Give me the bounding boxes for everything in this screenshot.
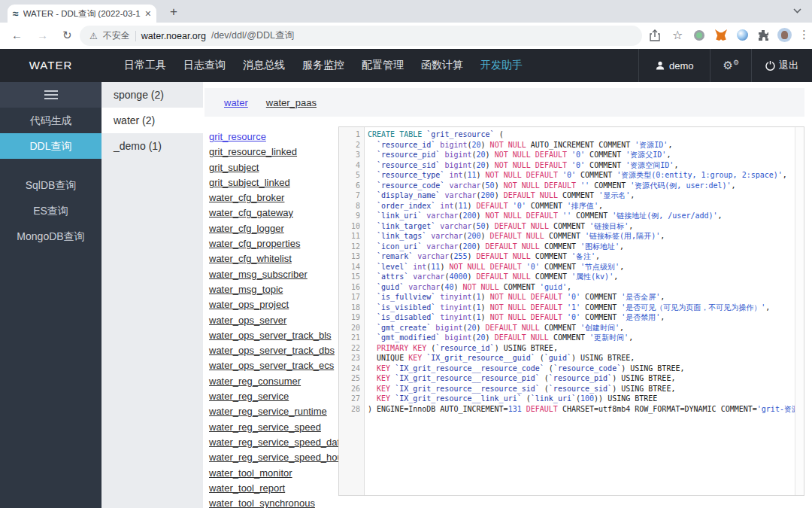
code-line-6[interactable]: `resource_code` varchar(50) NOT NULL DEF… <box>368 181 795 191</box>
sidebar-item-3[interactable]: ES查询 <box>0 198 102 224</box>
bookmark-star-icon[interactable]: ☆ <box>672 28 683 42</box>
table-link-18[interactable]: water_reg_service_runtime <box>209 404 337 419</box>
table-link-10[interactable]: water_msg_topic <box>209 282 337 297</box>
forward-button[interactable]: → <box>37 29 48 42</box>
table-link-14[interactable]: water_ops_server_track_dbs <box>209 343 337 358</box>
code-line-16[interactable]: `guid` varchar(40) NOT NULL COMMENT 'gui… <box>368 282 795 293</box>
user-name: demo <box>669 60 694 71</box>
code-line-13[interactable]: `remark` varchar(255) DEFAULT NULL COMME… <box>368 251 795 262</box>
table-link-12[interactable]: water_ops_server <box>209 313 337 328</box>
table-link-5[interactable]: water_cfg_gateway <box>209 205 337 221</box>
table-link-23[interactable]: water_tool_report <box>209 481 337 496</box>
nav-item-4[interactable]: 配置管理 <box>362 59 404 72</box>
sidebar-item-0[interactable]: 代码生成 <box>0 108 102 133</box>
code-line-18[interactable]: `is_visibled` tinyint(1) NOT NULL DEFAUL… <box>368 303 795 313</box>
table-link-21[interactable]: water_reg_service_speed_hour <box>209 450 337 465</box>
address-bar[interactable]: ⚠ 不安全 water.noear.org/dev/ddl/@DDL查询 <box>80 26 642 46</box>
editor-scrollbar[interactable] <box>795 127 804 495</box>
extension-blue-icon[interactable] <box>737 29 748 41</box>
table-link-15[interactable]: water_ops_server_track_ecs <box>209 358 337 373</box>
code-line-17[interactable]: `is_fullview` tinyint(1) NOT NULL DEFAUL… <box>368 292 795 303</box>
settings-gears-icon[interactable]: ⚙⚙ <box>710 59 751 72</box>
schema-tab-1[interactable]: water_paas <box>266 97 317 108</box>
nav-item-1[interactable]: 日志查询 <box>183 59 226 72</box>
code-line-21[interactable]: `gmt_modified` bigint(20) DEFAULT NULL C… <box>368 333 795 343</box>
extensions-puzzle-icon[interactable] <box>757 29 769 41</box>
code-line-28[interactable]: ) ENGINE=InnoDB AUTO_INCREMENT=131 DEFAU… <box>368 404 795 415</box>
code-line-26[interactable]: KEY `IX_grit_resource__resource_sid` (`r… <box>368 384 795 394</box>
sidebar-item-2[interactable]: SqlDB查询 <box>0 172 102 198</box>
app-logo[interactable]: WATER <box>0 49 102 82</box>
security-label[interactable]: 不安全 <box>103 29 130 42</box>
table-link-1[interactable]: grit_resource_linked <box>209 144 337 160</box>
nav-item-6[interactable]: 开发助手 <box>480 59 523 72</box>
table-list: grit_resourcegrit_resource_linkedgrit_su… <box>209 129 337 508</box>
code-line-4[interactable]: `resource_sid` bigint(20) NOT NULL DEFAU… <box>368 160 795 171</box>
table-link-24[interactable]: water_tool_synchronous <box>209 496 337 508</box>
code-line-14[interactable]: `level` int(11) NOT NULL DEFAULT '0' COM… <box>368 262 795 272</box>
table-link-4[interactable]: water_cfg_broker <box>209 190 337 205</box>
browser-tab[interactable]: ≈ WATER - DDL查询 (2022-03-1 × <box>8 5 156 23</box>
code-line-19[interactable]: `is_disabled` tinyint(1) NOT NULL DEFAUL… <box>368 312 795 323</box>
db-item-2[interactable]: _demo (1) <box>102 133 203 159</box>
line-number-10: 10 <box>339 221 360 232</box>
table-link-13[interactable]: water_ops_server_track_bls <box>209 328 337 343</box>
code-line-22[interactable]: PRIMARY KEY (`resource_id`) USING BTREE, <box>368 343 795 354</box>
browser-menu-icon[interactable]: ⋮ <box>798 28 810 41</box>
nav-item-5[interactable]: 函数计算 <box>421 59 463 72</box>
schema-tab-0[interactable]: water <box>224 97 248 108</box>
db-item-1[interactable]: water (2) <box>102 108 203 133</box>
table-link-19[interactable]: water_reg_service_speed <box>209 420 337 435</box>
code-line-25[interactable]: KEY `IX_grit_resource__resource_pid` (`r… <box>368 373 795 384</box>
editor-code-area[interactable]: CREATE TABLE `grit_resource` ( `resource… <box>365 127 795 495</box>
nav-item-2[interactable]: 消息总线 <box>243 59 285 72</box>
code-line-11[interactable]: `link_tags` varchar(200) DEFAULT NULL CO… <box>368 231 795 242</box>
tab-close-icon[interactable]: × <box>145 8 151 20</box>
code-line-27[interactable]: KEY `IX_grit_resource__link_uri` (`link_… <box>368 394 795 404</box>
line-number-6: 6 <box>339 181 360 191</box>
table-link-3[interactable]: grit_subject_linked <box>209 175 337 190</box>
table-link-7[interactable]: water_cfg_properties <box>209 236 337 251</box>
hamburger-menu-icon[interactable] <box>0 82 102 108</box>
new-tab-button[interactable]: + <box>165 4 182 20</box>
code-line-1[interactable]: CREATE TABLE `grit_resource` ( <box>368 129 795 140</box>
browser-profile-avatar[interactable] <box>777 28 792 42</box>
line-number-20: 20 <box>339 323 360 333</box>
share-icon[interactable] <box>650 29 660 41</box>
code-line-20[interactable]: `gmt_create` bigint(20) DEFAULT NULL COM… <box>368 323 795 333</box>
nav-item-0[interactable]: 日常工具 <box>124 59 166 72</box>
nav-item-3[interactable]: 服务监控 <box>302 59 344 72</box>
code-line-5[interactable]: `resource_type` int(11) NOT NULL DEFAULT… <box>368 170 795 181</box>
db-item-0[interactable]: sponge (2) <box>102 82 203 108</box>
code-line-15[interactable]: `attrs` varchar(4000) DEFAULT NULL COMME… <box>368 272 795 282</box>
table-link-6[interactable]: water_cfg_logger <box>209 221 337 236</box>
sidebar-item-1[interactable]: DDL查询 <box>0 133 102 159</box>
reload-button[interactable]: ↻ <box>62 29 72 42</box>
table-link-16[interactable]: water_reg_consumer <box>209 374 337 389</box>
code-line-23[interactable]: UNIQUE KEY `IX_grit_resource__guid` (`gu… <box>368 353 795 364</box>
line-number-15: 15 <box>339 272 360 282</box>
code-line-24[interactable]: KEY `IX_grit_resource__resource_code` (`… <box>368 364 795 374</box>
table-link-20[interactable]: water_reg_service_speed_date <box>209 435 337 450</box>
table-link-0[interactable]: grit_resource <box>209 129 337 144</box>
logout-button[interactable]: 退出 <box>752 59 812 72</box>
user-menu[interactable]: demo <box>639 60 710 71</box>
table-link-17[interactable]: water_reg_service <box>209 389 337 404</box>
code-line-3[interactable]: `resource_pid` bigint(20) NOT NULL DEFAU… <box>368 150 795 160</box>
chevron-down-icon[interactable] <box>793 8 801 14</box>
extension-green-icon[interactable] <box>694 30 704 41</box>
code-line-2[interactable]: `resource_id` bigint(20) NOT NULL AUTO_I… <box>368 140 795 151</box>
code-line-12[interactable]: `icon_uri` varchar(200) DEFAULT NULL COM… <box>368 242 795 252</box>
table-link-8[interactable]: water_cfg_whitelist <box>209 251 337 266</box>
table-link-2[interactable]: grit_subject <box>209 160 337 175</box>
table-link-22[interactable]: water_tool_monitor <box>209 466 337 481</box>
database-list: sponge (2)water (2)_demo (1) <box>102 82 203 508</box>
code-line-8[interactable]: `order_index` int(11) DEFAULT '0' COMMEN… <box>368 201 795 211</box>
code-line-7[interactable]: `display_name` varchar(200) DEFAULT NULL… <box>368 190 795 201</box>
back-button[interactable]: ← <box>11 29 23 42</box>
code-line-9[interactable]: `link_uri` varchar(200) NOT NULL DEFAULT… <box>368 211 795 221</box>
sidebar-item-4[interactable]: MongoDB查询 <box>0 224 102 249</box>
table-link-11[interactable]: water_ops_project <box>209 297 337 312</box>
table-link-9[interactable]: water_msg_subscriber <box>209 267 337 282</box>
code-line-10[interactable]: `link_target` varchar(50) DEFAULT NULL C… <box>368 221 795 232</box>
